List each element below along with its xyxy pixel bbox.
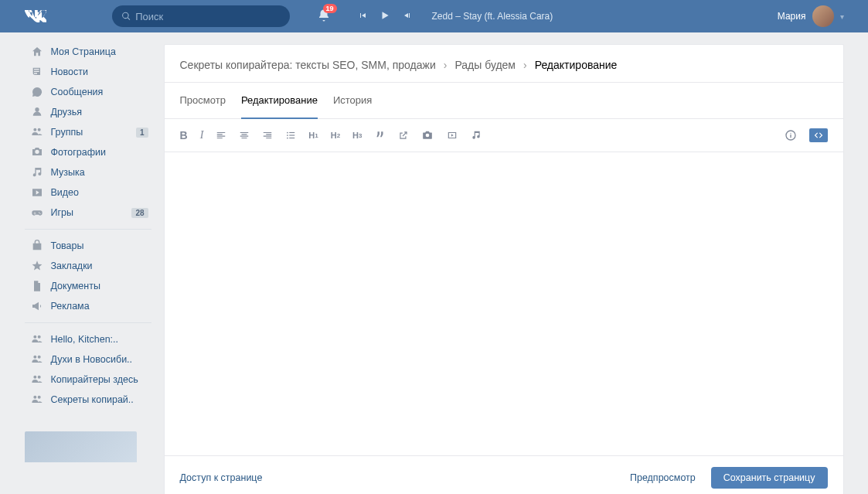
- camera-icon: [29, 146, 45, 158]
- sidebar-item[interactable]: Сообщения: [25, 82, 151, 102]
- camera-icon: [421, 130, 434, 141]
- h3-button[interactable]: H3: [352, 131, 362, 140]
- link-button[interactable]: [398, 130, 409, 141]
- ad-block[interactable]: [25, 431, 151, 462]
- users-icon: [29, 393, 45, 406]
- svg-point-2: [287, 138, 288, 139]
- ads-icon: [29, 300, 45, 312]
- breadcrumb-root[interactable]: Секреты копирайтера: тексты SEO, SMM, пр…: [180, 59, 436, 71]
- sidebar-item-label: Документы: [51, 281, 100, 291]
- bag-icon: [29, 240, 45, 252]
- breadcrumb: Секреты копирайтера: тексты SEO, SMM, пр…: [165, 45, 843, 83]
- search-icon: [121, 11, 131, 22]
- sidebar-badge: 28: [131, 208, 148, 218]
- sidebar-item[interactable]: Видео: [25, 182, 151, 203]
- align-center-button[interactable]: [239, 130, 250, 141]
- align-left-button[interactable]: [216, 130, 226, 141]
- star-icon: [29, 260, 45, 272]
- music-icon: [29, 166, 45, 179]
- sidebar-item-label: Игры: [51, 207, 73, 218]
- search-box[interactable]: [112, 5, 290, 27]
- bullet-list-button[interactable]: [285, 130, 296, 141]
- avatar: [812, 5, 834, 27]
- vk-logo[interactable]: [25, 10, 46, 22]
- sidebar-item[interactable]: Игры28: [25, 203, 151, 223]
- play-icon: [380, 10, 390, 21]
- prev-track-button[interactable]: [358, 11, 367, 22]
- sidebar-item[interactable]: Копирайтеры здесь: [25, 370, 151, 390]
- sidebar-item-label: Реклама: [51, 301, 90, 312]
- search-input[interactable]: [135, 11, 280, 22]
- sidebar-item[interactable]: Hello, Kitchen:..: [25, 329, 151, 349]
- info-button[interactable]: [785, 129, 797, 141]
- list-icon: [285, 130, 296, 141]
- current-track[interactable]: Zedd – Stay (ft. Alessia Cara): [432, 11, 553, 22]
- sidebar-separator: [25, 229, 151, 230]
- align-left-icon: [216, 130, 226, 141]
- notifications-button[interactable]: 19: [317, 9, 331, 25]
- chevron-down-icon: ▾: [840, 12, 844, 21]
- h1-button[interactable]: H1: [308, 131, 318, 140]
- align-right-button[interactable]: [262, 130, 273, 141]
- editor-footer: Доступ к странице Предпросмотр Сохранить…: [165, 455, 843, 494]
- sidebar-item[interactable]: Группы1: [25, 122, 151, 142]
- preview-link[interactable]: Предпросмотр: [630, 472, 696, 483]
- tabs: Просмотр Редактирование История: [165, 83, 843, 119]
- sidebar-badge: 1: [136, 128, 148, 138]
- msg-icon: [29, 86, 45, 98]
- play-button[interactable]: [380, 10, 390, 23]
- italic-button[interactable]: I: [200, 129, 204, 141]
- users-icon: [29, 126, 45, 138]
- user-name: Мария: [778, 11, 806, 22]
- access-link[interactable]: Доступ к странице: [180, 472, 263, 483]
- align-center-icon: [239, 130, 250, 141]
- sidebar-item-label: Секреты копирай..: [51, 394, 134, 405]
- align-right-icon: [262, 130, 273, 141]
- sidebar-item[interactable]: Духи в Новосиби..: [25, 349, 151, 370]
- h2-button[interactable]: H2: [331, 131, 340, 140]
- svg-point-1: [287, 135, 288, 136]
- quote-button[interactable]: [375, 130, 386, 141]
- sidebar-item[interactable]: Документы: [25, 276, 151, 296]
- sidebar-item-label: Новости: [51, 66, 88, 77]
- sidebar-item-label: Моя Страница: [51, 46, 116, 57]
- tab-history[interactable]: История: [333, 83, 372, 119]
- sidebar-item[interactable]: Фотографии: [25, 142, 151, 162]
- video-button[interactable]: [446, 130, 458, 141]
- skip-back-icon: [358, 11, 367, 20]
- sidebar-item[interactable]: Закладки: [25, 256, 151, 276]
- doc-icon: [29, 280, 45, 292]
- sidebar-item-label: Товары: [51, 240, 84, 251]
- sidebar-item[interactable]: Музыка: [25, 162, 151, 182]
- info-icon: [785, 129, 797, 141]
- next-track-button[interactable]: [403, 11, 412, 22]
- save-button[interactable]: Сохранить страницу: [711, 467, 828, 489]
- game-icon: [29, 206, 45, 219]
- users-icon: [29, 373, 45, 386]
- video-icon: [29, 186, 45, 199]
- bold-button[interactable]: B: [180, 129, 188, 141]
- sidebar-item[interactable]: Реклама: [25, 296, 151, 316]
- chevron-right-icon: ›: [523, 59, 527, 71]
- breadcrumb-mid[interactable]: Рады будем: [454, 59, 516, 71]
- notification-badge: 19: [323, 4, 337, 13]
- home-icon: [29, 46, 45, 58]
- sidebar-item[interactable]: Новости: [25, 62, 151, 82]
- sidebar-item-label: Копирайтеры здесь: [51, 374, 138, 385]
- user-menu[interactable]: Мария ▾: [778, 5, 844, 27]
- sidebar-item[interactable]: Моя Страница: [25, 42, 151, 62]
- tab-preview[interactable]: Просмотр: [180, 83, 226, 119]
- sidebar-item[interactable]: Секреты копирай..: [25, 390, 151, 410]
- sidebar-item-label: Видео: [51, 187, 80, 198]
- news-icon: [29, 66, 45, 78]
- photo-button[interactable]: [421, 130, 434, 141]
- code-view-button[interactable]: [809, 128, 828, 142]
- tab-edit[interactable]: Редактирование: [241, 83, 318, 119]
- sidebar-item-label: Друзья: [51, 107, 83, 118]
- sidebar-item-label: Группы: [51, 127, 83, 138]
- sidebar-item[interactable]: Друзья: [25, 102, 151, 122]
- sidebar-item[interactable]: Товары: [25, 236, 151, 256]
- audio-player: Zedd – Stay (ft. Alessia Cara): [358, 10, 553, 23]
- wiki-editor-area[interactable]: [165, 152, 843, 455]
- audio-button[interactable]: [471, 130, 482, 141]
